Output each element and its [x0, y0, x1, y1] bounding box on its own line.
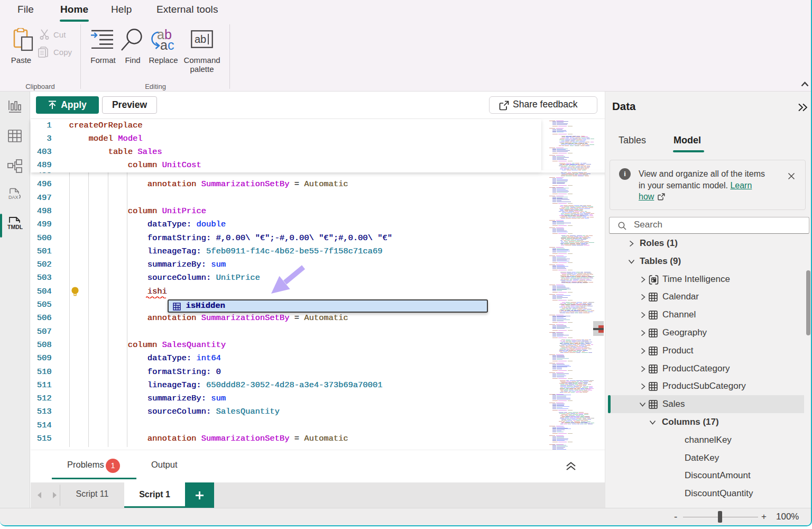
svg-text:ab: ab	[195, 33, 206, 45]
svg-text:DAX: DAX	[8, 195, 19, 200]
svg-text:TMDL: TMDL	[7, 224, 23, 230]
